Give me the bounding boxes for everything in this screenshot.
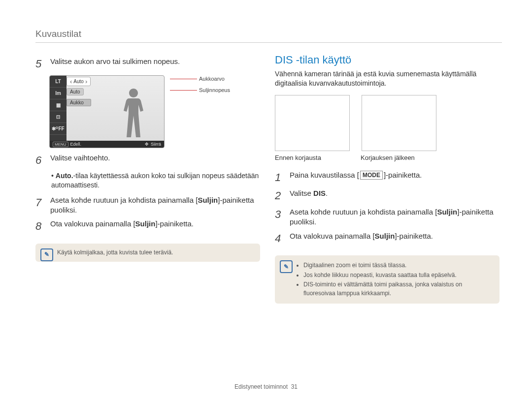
tip-text: Käytä kolmijalkaa, jotta kuvista tulee t… (57, 249, 173, 256)
step-number: 3 (275, 207, 285, 227)
step-5: 5 Valitse aukon arvo tai sulkimen nopeus… (35, 57, 260, 71)
thumb-before (275, 95, 350, 151)
page-section-title: Kuvaustilat (35, 29, 502, 43)
thumb-before-label: Ennen korjausta (275, 154, 349, 161)
lcd-siirra: Siirrä (151, 142, 161, 147)
lcd-row-aukko: Aukko (66, 99, 91, 106)
step-text: Valitse vaihtoehto. (50, 153, 110, 168)
step-6-bullet: Auto.-tilaa käytettäessä aukon koko tai … (51, 171, 260, 189)
lcd-row-auto-1: ‹Auto› (66, 77, 91, 86)
lcd-edell: Edell. (70, 142, 82, 147)
dis-title: DIS -tilan käyttö (275, 54, 499, 66)
lcd-icon: ▦ (50, 99, 66, 111)
dis-step-1: 1 Paina kuvaustilassa [MODE]-painiketta. (275, 170, 499, 185)
lcd-auto-label: Auto (70, 89, 80, 94)
step-6: 6 Valitse vaihtoehto. (35, 153, 260, 168)
step-text: Ota valokuva painamalla [Suljin]-painike… (290, 231, 433, 246)
thumb-after-label: Korjauksen jälkeen (361, 154, 434, 161)
lcd-screenshot: LT Im ▦ ⊡ ✱ᴼFF ‹Auto› Auto Aukko (49, 75, 200, 148)
step-number: 5 (35, 57, 45, 71)
bullet-rest: -tilaa käytettäessä aukon koko tai sulki… (51, 172, 259, 188)
tip-item: Digitaalinen zoom ei toimi tässä tilassa… (303, 261, 493, 270)
lcd-left-iconbar: LT Im ▦ ⊡ ✱ᴼFF (50, 76, 66, 148)
dis-step-2: 2 Valitse DIS. (275, 188, 499, 203)
dis-step-3: 3 Aseta kohde ruutuun ja kohdista painam… (275, 207, 499, 227)
dis-description: Vähennä kameran tärinää ja estä kuvia su… (275, 69, 499, 88)
step-7: 7 Aseta kohde ruutuun ja kohdista painam… (35, 195, 260, 216)
lcd-auto-label: Auto (73, 79, 84, 84)
step-number: 6 (35, 153, 45, 168)
tip-item: Jos kohde liikkuu nopeasti, kuvasta saat… (303, 271, 493, 279)
step-text: Valitse DIS. (290, 188, 328, 203)
callout-shutter: Suljinnopeus (199, 87, 230, 93)
tip-box-right: ✎ Digitaalinen zoom ei toimi tässä tilas… (275, 255, 499, 304)
info-icon: ✎ (40, 248, 53, 261)
step-number: 7 (35, 195, 45, 216)
thumb-after (362, 95, 436, 151)
lcd-icon: ✱ᴼFF (50, 123, 66, 135)
tip-item: DIS-toiminto ei välttämättä toimi paikas… (303, 280, 493, 298)
step-number: 8 (35, 219, 45, 234)
lcd-bottom-bar: MENUEdell. ✥Siirrä (50, 141, 164, 148)
lcd-icon: Im (50, 88, 66, 99)
page-footer: Edistyneet toiminnot 31 (0, 383, 532, 390)
dis-step-4: 4 Ota valokuva painamalla [Suljin]-paini… (275, 231, 499, 246)
bullet-bold: Auto. (56, 172, 73, 180)
dis-thumbnails (275, 95, 499, 151)
step-text: Ota valokuva painamalla [Suljin]-painike… (50, 219, 194, 234)
mode-badge: MODE (360, 171, 383, 180)
tip-box-left: ✎ Käytä kolmijalkaa, jotta kuvista tulee… (35, 244, 260, 262)
step-text: Paina kuvaustilassa [MODE]-painiketta. (290, 170, 422, 185)
callout-aperture: Aukkoarvo (199, 76, 225, 82)
lcd-row-auto-2: Auto (66, 88, 84, 95)
person-silhouette (122, 88, 145, 142)
lcd-frame: LT Im ▦ ⊡ ✱ᴼFF ‹Auto› Auto Aukko (49, 75, 165, 148)
step-number: 4 (275, 231, 285, 246)
step-number: 1 (275, 170, 285, 185)
step-text: Aseta kohde ruutuun ja kohdista painamal… (290, 207, 499, 227)
menu-badge: MENU (53, 142, 68, 147)
lcd-icon: ⊡ (50, 111, 66, 123)
info-icon: ✎ (280, 260, 293, 273)
right-column: DIS -tilan käyttö Vähennä kameran tärinä… (275, 54, 499, 304)
step-8: 8 Ota valokuva painamalla [Suljin]-paini… (35, 219, 260, 234)
step-text: Valitse aukon arvo tai sulkimen nopeus. (50, 57, 180, 71)
lcd-icon: LT (50, 76, 66, 88)
step-text: Aseta kohde ruutuun ja kohdista painamal… (50, 195, 260, 216)
step-number: 2 (275, 188, 285, 203)
lcd-callouts: Aukkoarvo Suljinnopeus (170, 75, 230, 93)
footer-label: Edistyneet toiminnot (234, 383, 288, 390)
left-column: 5 Valitse aukon arvo tai sulkimen nopeus… (35, 54, 260, 304)
footer-page: 31 (291, 383, 298, 390)
